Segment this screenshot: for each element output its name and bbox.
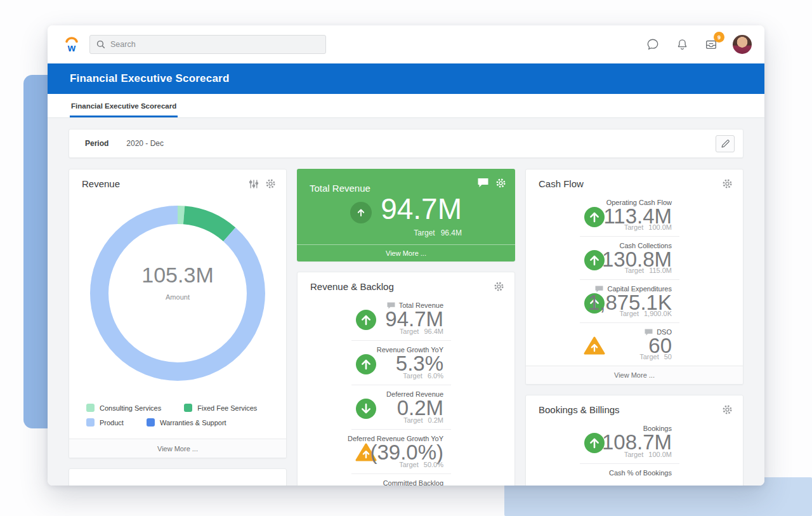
legend-item: Product xyxy=(86,418,124,427)
kpi-target: Target115.0M xyxy=(625,267,672,274)
kpi-target: Target100.0M xyxy=(624,451,672,458)
up-arrow-indicator-icon xyxy=(356,354,376,374)
period-label: Period xyxy=(85,139,108,148)
kpi-row: Capital Expenditures1,875.1KTarget1,900.… xyxy=(526,279,743,322)
top-bar-actions: 9 xyxy=(645,35,752,54)
legend-item: Warranties & Support xyxy=(147,418,226,427)
kpi-target: Target96.4M xyxy=(414,228,462,237)
card-title: Total Revenue xyxy=(310,183,370,194)
kpi-label: Committed Backlog xyxy=(383,479,443,486)
partial-card xyxy=(69,468,287,486)
kpi-target: Target50.0% xyxy=(399,461,443,468)
chat-icon[interactable] xyxy=(645,37,660,52)
cash-flow-card: Cash Flow Operating Cash Flow113.4MTarge… xyxy=(525,169,743,385)
legend-swatch xyxy=(86,404,95,412)
inbox-icon[interactable]: 9 xyxy=(704,37,719,52)
warning-indicator-icon xyxy=(584,336,605,355)
revenue-card: Revenue xyxy=(69,169,287,458)
donut-center: 105.3M Amount xyxy=(69,263,286,301)
legend-swatch xyxy=(86,418,95,427)
svg-text:w: w xyxy=(67,43,76,53)
column-2: Total Revenue xyxy=(297,169,515,486)
down-indicator-icon xyxy=(355,399,377,419)
chart-legend: Consulting ServicesFixed Fee ServicesPro… xyxy=(69,404,286,427)
card-title: Bookings & Billings xyxy=(539,404,620,415)
tab-financial-executive-scorecard[interactable]: Financial Executive Scorecard xyxy=(70,102,178,117)
column-3: Cash Flow Operating Cash Flow113.4MTarge… xyxy=(525,169,743,486)
kpi-list: Total Revenue94.7MTarget96.4MRevenue Gro… xyxy=(298,296,514,486)
page-header: Financial Executive Scorecard xyxy=(48,63,764,94)
up-arrow-indicator-icon xyxy=(356,310,376,330)
kpi-list: Operating Cash Flow113.4MTarget100.0MCas… xyxy=(526,193,743,366)
warning-triangle-icon xyxy=(584,336,605,355)
legend-item: Consulting Services xyxy=(86,404,161,412)
kpi-row: Bookings108.7MTarget100.0M xyxy=(526,419,743,463)
up-arrow-indicator-icon xyxy=(584,207,605,227)
period-value: 2020 - Dec xyxy=(126,139,164,148)
kpi-row: Cash Collections130.8MTarget115.0M xyxy=(526,236,743,279)
period-bar: Period 2020 - Dec xyxy=(69,129,743,158)
dashboard-content: Period 2020 - Dec Revenue xyxy=(48,118,764,486)
gear-icon[interactable] xyxy=(722,404,733,415)
search-icon xyxy=(96,40,105,49)
legend-swatch xyxy=(147,418,155,427)
view-more-link[interactable]: View More ... xyxy=(69,439,286,458)
gear-icon[interactable] xyxy=(722,178,733,189)
top-bar: w xyxy=(48,25,764,63)
pencil-icon xyxy=(721,139,730,149)
notifications-icon[interactable] xyxy=(674,37,690,52)
gear-icon[interactable] xyxy=(495,178,506,189)
tab-bar: Financial Executive Scorecard xyxy=(48,94,764,118)
legend-item: Fixed Fee Services xyxy=(184,404,257,412)
card-title: Revenue & Backlog xyxy=(310,281,394,292)
kpi-row: Total Revenue94.7MTarget96.4M xyxy=(298,296,514,340)
kpi-row: Committed Backlog xyxy=(298,473,514,486)
kpi-row: Revenue Growth YoY5.3%Target6.0% xyxy=(298,340,514,385)
kpi-list: Bookings108.7MTarget100.0MCash % of Book… xyxy=(526,419,743,486)
kpi-row: Deferred Revenue0.2MTarget0.2M xyxy=(298,385,514,429)
view-more-link[interactable]: View More ... xyxy=(526,366,743,384)
legend-swatch xyxy=(184,404,192,412)
kpi-row: Cash % of Bookings xyxy=(526,463,743,486)
total-revenue-card: Total Revenue xyxy=(297,169,515,261)
up-arrow-indicator-icon xyxy=(350,202,372,223)
kpi-target: Target50 xyxy=(639,353,672,361)
bookings-billings-card: Bookings & Billings Bookings108.7MTarget… xyxy=(525,395,743,486)
avatar[interactable] xyxy=(733,35,752,54)
gear-icon[interactable] xyxy=(494,281,504,292)
view-more-link[interactable]: View More ... xyxy=(297,244,515,261)
workday-logo-icon[interactable]: w xyxy=(63,35,81,54)
search-box[interactable] xyxy=(89,35,326,54)
app-window: w xyxy=(48,25,764,486)
up-indicator-icon xyxy=(355,354,377,374)
cards-grid: Revenue xyxy=(69,169,743,486)
revenue-donut-chart: 105.3M Amount xyxy=(69,189,286,381)
gear-icon[interactable] xyxy=(265,178,276,189)
edit-period-button[interactable] xyxy=(716,135,735,152)
kpi-target: Target0.2M xyxy=(403,416,443,424)
kpi-value: 94.7M xyxy=(381,192,462,226)
sliders-icon[interactable] xyxy=(249,179,259,189)
donut-center-value: 105.3M xyxy=(69,263,286,288)
kpi-target: Target96.4M xyxy=(400,327,443,335)
kpi-label: Cash % of Bookings xyxy=(609,469,672,477)
kpi-target: Target6.0% xyxy=(403,372,443,380)
up-indicator-icon xyxy=(584,207,605,227)
search-input[interactable] xyxy=(110,40,319,49)
inbox-badge: 9 xyxy=(714,32,724,43)
donut-center-label: Amount xyxy=(69,293,286,301)
comment-icon[interactable] xyxy=(477,178,489,189)
revenue-backlog-card: Revenue & Backlog Total Revenue94.7MTarg… xyxy=(297,272,515,486)
page-title: Financial Executive Scorecard xyxy=(70,72,229,85)
column-1: Revenue xyxy=(69,169,287,486)
card-title: Revenue xyxy=(82,178,120,189)
up-indicator-icon xyxy=(355,310,377,330)
down-arrow-indicator-icon xyxy=(356,399,376,419)
kpi-row: Operating Cash Flow113.4MTarget100.0M xyxy=(526,193,743,236)
kpi-row: DSO60Target50 xyxy=(526,322,743,366)
kpi-target: Target100.0M xyxy=(624,223,672,231)
kpi-target: Target1,900.0K xyxy=(619,310,672,317)
card-title: Cash Flow xyxy=(539,178,584,189)
kpi-row: Deferred Revenue Growth YoY(39.0%)Target… xyxy=(298,429,514,473)
